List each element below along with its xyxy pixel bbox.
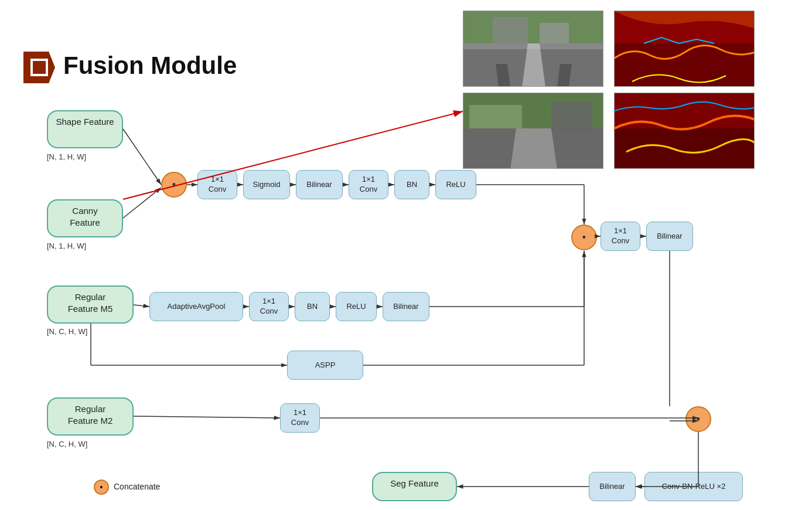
concat-3-node: •	[685, 406, 711, 432]
header-icon	[23, 52, 55, 83]
canny-feature-sublabel: [N, 1, H, W]	[47, 242, 86, 250]
road-image-1	[463, 11, 603, 87]
seg-feature-box: Seg Feature	[372, 472, 457, 501]
regular-m5-box: RegularFeature M5	[47, 285, 134, 324]
svg-marker-12	[510, 128, 557, 169]
regular-m2-box: RegularFeature M2	[47, 397, 134, 436]
svg-rect-7	[540, 23, 569, 43]
shape-feature-label: Shape Feature	[56, 117, 114, 127]
seg-feature-label: Seg Feature	[390, 478, 439, 488]
heat-image-2	[614, 93, 755, 169]
shape-feature-box: Shape Feature	[47, 110, 123, 148]
canny-feature-label: CannyFeature	[70, 206, 100, 227]
bilinear-2-box: Bilinear	[383, 292, 429, 321]
bilinear-4-box: Bilinear	[589, 472, 636, 501]
conv1x1-4-box: 1×1Conv	[280, 403, 320, 433]
regular-m2-label: RegularFeature M2	[68, 404, 113, 426]
relu-1-box: ReLU	[435, 170, 476, 199]
svg-rect-6	[493, 17, 528, 43]
aspp-box: ASPP	[287, 351, 363, 380]
relu-2-box: ReLU	[336, 292, 377, 321]
concat-2-node: •	[571, 225, 597, 250]
concat-1-node: •	[161, 172, 187, 198]
shape-feature-sublabel: [N, 1, H, W]	[47, 152, 86, 161]
regular-m5-sublabel: [N, C, H, W]	[47, 327, 87, 336]
road-image-2	[463, 93, 603, 169]
adaptive-avg-box: AdaptiveAvgPool	[149, 292, 243, 321]
conv1x1-1-box: 1×1Conv	[197, 170, 237, 199]
legend-concat-label: Concatenate	[114, 482, 160, 491]
svg-rect-13	[551, 102, 592, 131]
canny-feature-box: CannyFeature	[47, 199, 123, 237]
legend-concat-icon: •	[94, 480, 109, 495]
bn-1-box: BN	[394, 170, 429, 199]
heat-image-1	[614, 11, 755, 87]
conv1x1-5-box: 1×1Conv	[601, 222, 640, 251]
svg-line-30	[134, 305, 149, 307]
svg-rect-14	[469, 105, 522, 128]
bilinear-3-box: Bilinear	[646, 222, 693, 251]
regular-m5-label: RegularFeature M5	[68, 292, 113, 314]
header-icon-inner	[30, 59, 48, 76]
svg-line-20	[123, 129, 161, 185]
bn-2-box: BN	[295, 292, 330, 321]
svg-line-45	[134, 416, 280, 418]
regular-m2-sublabel: [N, C, H, W]	[47, 440, 87, 448]
svg-line-21	[123, 188, 161, 218]
page-title: Fusion Module	[63, 52, 237, 80]
conv-bn-relu-x2-box: Conv-BN-ReLU ×2	[644, 472, 743, 501]
sigmoid-box: Sigmoid	[243, 170, 290, 199]
bilinear-1-box: Bilinear	[296, 170, 343, 199]
conv1x1-2-box: 1×1Conv	[349, 170, 388, 199]
conv1x1-3-box: 1×1Conv	[249, 292, 289, 321]
